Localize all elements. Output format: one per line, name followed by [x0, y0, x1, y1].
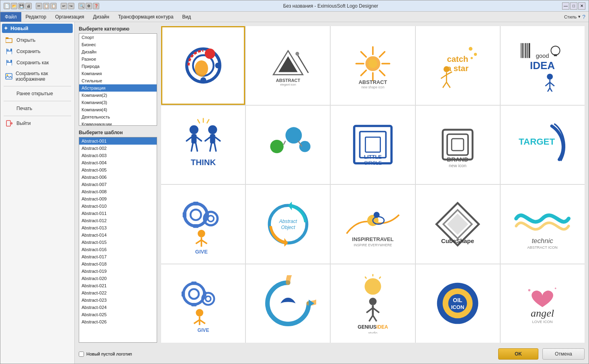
logo-cell-7[interactable]	[246, 106, 330, 184]
menu-design[interactable]: Дизайн	[89, 12, 114, 22]
template-item[interactable]: Abstract-021	[79, 282, 157, 289]
template-item[interactable]: Abstract-012	[79, 217, 157, 224]
logo-cell-15[interactable]: technic ABSTRACT ICON	[501, 185, 585, 264]
template-item[interactable]: Abstract-022	[79, 289, 157, 297]
logo-cell-6[interactable]: THINK	[161, 106, 245, 184]
cancel-button[interactable]: Отмена	[542, 348, 585, 360]
close-button[interactable]: ✕	[578, 2, 585, 10]
category-item[interactable]: Компания(2)	[79, 92, 157, 99]
template-item[interactable]: Abstract-016	[79, 246, 157, 253]
exit-label: Выйти	[16, 121, 31, 126]
toolbar-icon-4[interactable]: 🖨	[25, 3, 32, 9]
template-item[interactable]: Abstract-025	[79, 311, 157, 318]
template-item[interactable]: Abstract-001	[79, 137, 157, 145]
sidebar-item-save-image[interactable]: Сохранить как изображение	[0, 68, 74, 84]
template-item[interactable]: Abstract-005	[79, 166, 157, 174]
window-title: Без названия - EximiousSoft Logo Designe…	[283, 3, 378, 9]
category-item[interactable]: Природа	[79, 63, 157, 70]
template-item[interactable]: Abstract-018	[79, 260, 157, 268]
template-item[interactable]: Abstract-015	[79, 239, 157, 246]
category-item[interactable]: Абстракция	[79, 84, 157, 92]
category-item[interactable]: Дизайн	[79, 48, 157, 55]
category-item[interactable]: Компания(4)	[79, 106, 157, 113]
template-item[interactable]: Abstract-011	[79, 210, 157, 217]
toolbar-icon-5[interactable]: ✂	[36, 3, 42, 9]
template-item[interactable]: Abstract-014	[79, 231, 157, 239]
template-item[interactable]: Abstract-008	[79, 188, 157, 195]
logo-cell-8[interactable]: LITTLE CIRCLE	[331, 106, 415, 184]
logo-cell-16[interactable]: GIVE MACHINE	[161, 264, 245, 343]
toolbar-icon-2[interactable]: 📂	[11, 3, 17, 9]
menu-file[interactable]: Файл	[0, 12, 21, 22]
category-item[interactable]: Спорт	[79, 34, 157, 41]
template-item[interactable]: Abstract-006	[79, 174, 157, 181]
template-item[interactable]: Abstract-020	[79, 275, 157, 282]
category-item[interactable]: Коммуникации	[79, 121, 157, 126]
template-item[interactable]: Abstract-023	[79, 297, 157, 304]
print-icon	[5, 105, 13, 112]
template-item[interactable]: Abstract-004	[79, 159, 157, 166]
logo-cell-19[interactable]: OIL ICON	[416, 264, 500, 343]
category-list[interactable]: СпортБизнесДизайнРазноеПриродаКомпанияСт…	[79, 33, 157, 126]
maximize-button[interactable]: □	[570, 2, 577, 10]
template-item[interactable]: Abstract-013	[79, 224, 157, 231]
category-item[interactable]: Компания(3)	[79, 99, 157, 106]
toolbar-icon-8[interactable]: ↩	[61, 3, 67, 9]
ok-button[interactable]: OK	[498, 348, 538, 360]
toolbar-icon-1[interactable]: 📄	[4, 3, 10, 9]
logo-cell-2[interactable]: ABSTRACT elegant icon	[246, 26, 330, 105]
toolbar-icon-6[interactable]: 📋	[43, 3, 49, 9]
logo-cell-18[interactable]: GENIUSIDEA studio	[331, 264, 415, 343]
logo-cell-17[interactable]	[246, 264, 330, 343]
toolbar-icon-11[interactable]: ⚙	[86, 3, 92, 9]
toolbar-icon-10[interactable]: 🔍	[78, 3, 85, 9]
toolbar-icon-9[interactable]: ↪	[68, 3, 74, 9]
template-item[interactable]: Abstract-017	[79, 253, 157, 260]
sidebar-item-save[interactable]: Сохранить	[0, 46, 74, 57]
logo-cell-4[interactable]: catch a star	[416, 26, 500, 105]
category-item[interactable]: Разное	[79, 55, 157, 63]
sidebar-item-print[interactable]: Печать	[0, 103, 74, 114]
category-item[interactable]: Бизнес	[79, 41, 157, 48]
help-icon[interactable]: ?	[582, 14, 585, 20]
menu-organization[interactable]: Организация	[51, 12, 88, 22]
template-item[interactable]: Abstract-002	[79, 145, 157, 152]
logo-cell-13[interactable]: INSPIRETRAVEL INSPIRE EVERYWHERE	[331, 185, 415, 264]
logo-cell-5[interactable]: good IDEA	[501, 26, 585, 105]
template-item[interactable]: Abstract-026	[79, 318, 157, 325]
new-button[interactable]: ✦ Новый	[2, 24, 73, 33]
category-item[interactable]: Стильные	[79, 77, 157, 84]
logo-cell-1[interactable]	[161, 26, 245, 105]
menu-transform[interactable]: Трансформация контура	[114, 12, 178, 22]
logo-cell-9[interactable]: BRAND new icon	[416, 106, 500, 184]
category-item[interactable]: Деятельность	[79, 113, 157, 121]
menu-editor[interactable]: Редактор	[21, 12, 51, 22]
sidebar-item-exit[interactable]: Выйти	[0, 118, 74, 129]
template-item[interactable]: Abstract-009	[79, 195, 157, 202]
empty-logo-checkbox[interactable]	[79, 352, 84, 357]
logo-cell-3[interactable]: ABSTRACT new shape icon	[331, 26, 415, 105]
dialog-footer: Новый пустой логотип OK Отмена	[79, 346, 585, 360]
toolbar-icon-12[interactable]: ❓	[93, 3, 99, 9]
template-item[interactable]: Abstract-024	[79, 304, 157, 311]
minimize-button[interactable]: —	[562, 2, 569, 10]
svg-text:INSPIRETRAVEL: INSPIRETRAVEL	[352, 236, 393, 242]
sidebar-item-save-as[interactable]: Сохранить как	[0, 57, 74, 68]
template-list[interactable]: Abstract-001Abstract-002Abstract-003Abst…	[79, 137, 157, 343]
menu-view[interactable]: Вид	[178, 12, 196, 22]
template-item[interactable]: Abstract-010	[79, 202, 157, 210]
logo-cell-10[interactable]: TARGET	[501, 106, 585, 184]
template-item[interactable]: Abstract-019	[79, 268, 157, 275]
sidebar-item-open[interactable]: Открыть	[0, 35, 74, 46]
logo-cell-11[interactable]: GIVE MACHINE	[161, 185, 245, 264]
logo-cell-20[interactable]: angel LOVE ICON	[501, 264, 585, 343]
style-button[interactable]: Стиль ▾ ?	[564, 14, 585, 20]
toolbar-icon-3[interactable]: 💾	[18, 3, 25, 9]
toolbar-icon-7[interactable]: 📋	[50, 3, 57, 9]
logo-cell-12[interactable]: Abstract Object	[246, 185, 330, 264]
template-item[interactable]: Abstract-003	[79, 152, 157, 159]
template-item[interactable]: Abstract-007	[79, 181, 157, 188]
category-item[interactable]: Компания	[79, 70, 157, 77]
logo-cell-14[interactable]: CubeShape	[416, 185, 500, 264]
sidebar-item-recent[interactable]: Ранее открытые	[0, 88, 74, 99]
